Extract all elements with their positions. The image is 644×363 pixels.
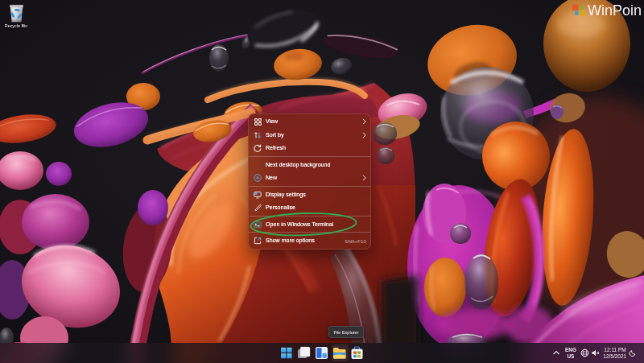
svg-text:12/5/2021: 12/5/2021 — [603, 353, 626, 359]
svg-text:12:11 PM: 12:11 PM — [604, 347, 625, 353]
svg-text:US: US — [568, 353, 576, 359]
svg-text:WinPoin: WinPoin — [588, 2, 642, 19]
svg-text:ENG: ENG — [565, 347, 576, 353]
